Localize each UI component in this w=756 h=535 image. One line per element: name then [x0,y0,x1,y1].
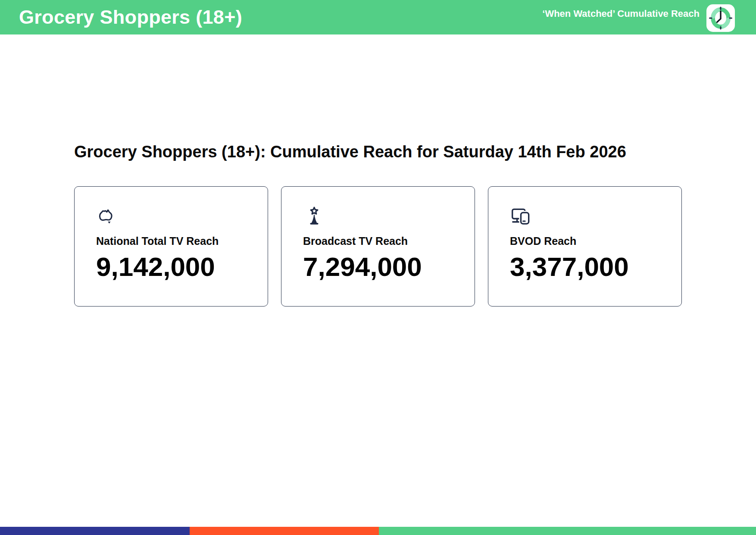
header-right-group: ‘When Watched’ Cumulative Reach [542,3,735,31]
tv-and-phone-icon [510,206,532,226]
header-subtitle: ‘When Watched’ Cumulative Reach [542,8,700,19]
kpi-label: BVOD Reach [510,235,669,247]
kpi-card-broadcast-tv: Broadcast TV Reach 7,294,000 [281,186,475,307]
kpi-label: Broadcast TV Reach [303,235,462,247]
footer-green-segment [379,527,756,535]
kpi-value: 3,377,000 [510,251,669,282]
kpi-value: 7,294,000 [303,251,462,282]
kpi-label: National Total TV Reach [96,235,256,247]
app-header: Grocery Shoppers (18+) ‘When Watched’ Cu… [0,0,756,34]
app-title: Grocery Shoppers (18+) [19,6,242,28]
page-title: Grocery Shoppers (18+): Cumulative Reach… [74,142,756,161]
kpi-value: 9,142,000 [96,251,256,282]
kpi-card-bvod: BVOD Reach 3,377,000 [488,186,682,307]
footer-color-bar [0,527,756,535]
australia-map-icon [96,206,119,226]
kpi-card-row: National Total TV Reach 9,142,000 Broadc… [74,186,756,307]
footer-blue-segment [0,527,190,535]
clock-icon [706,4,735,32]
footer-orange-segment [190,527,379,535]
broadcast-tower-icon [303,206,325,226]
kpi-card-national-total-tv: National Total TV Reach 9,142,000 [74,186,268,307]
